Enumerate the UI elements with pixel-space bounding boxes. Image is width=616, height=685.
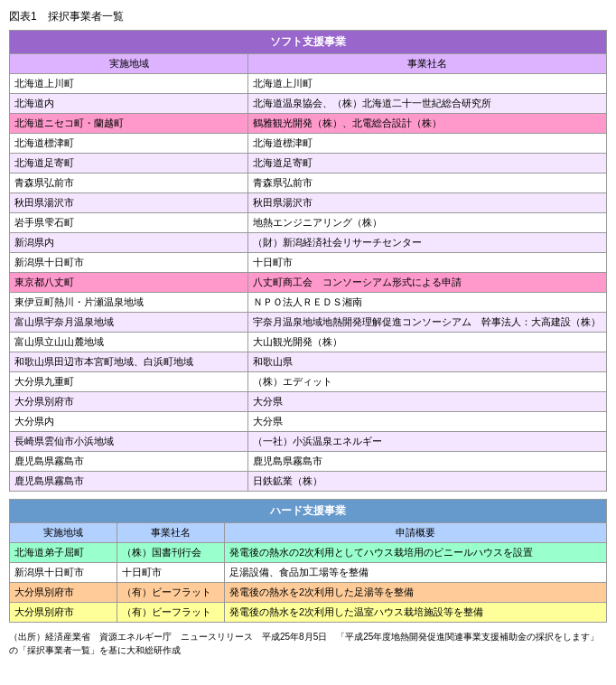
footer-note: （出所）経済産業省 資源エネルギー庁 ニュースリリース 平成25年8月5日 「平… [9,630,607,657]
soft-row-company: （財）新潟経済社会リサーチセンター [248,233,607,253]
hard-table-row: 大分県別府市（有）ビーフラット発電後の熱水を2次利用した足湯等を整備 [10,583,607,603]
soft-row-company: 鹿児島県霧島市 [248,452,607,472]
soft-table-row: 北海道上川町北海道上川町 [10,74,607,94]
soft-table-row: 東伊豆町熱川・片瀬温泉地域ＮＰＯ法人ＲＥＤＳ湘南 [10,293,607,313]
soft-row-company: 北海道上川町 [248,74,607,94]
soft-row-company: 宇奈月温泉地域地熱開発理解促進コンソーシアム 幹事法人：大高建設（株） [248,313,607,333]
soft-table-row: 富山県宇奈月温泉地域宇奈月温泉地域地熱開発理解促進コンソーシアム 幹事法人：大高… [10,313,607,333]
soft-row-region: 北海道足寄町 [10,154,248,174]
soft-row-company: 秋田県湯沢市 [248,193,607,213]
soft-row-region: 鹿児島県霧島市 [10,472,248,492]
soft-table-row: 岩手県雫石町地熱エンジニアリング（株） [10,213,607,233]
soft-row-region: 北海道上川町 [10,74,248,94]
soft-table-row: 新潟県内（財）新潟経済社会リサーチセンター [10,233,607,253]
soft-row-region: 青森県弘前市 [10,174,248,193]
soft-table-row: 北海道標津町北海道標津町 [10,134,607,154]
soft-row-region: 北海道標津町 [10,134,248,154]
soft-row-company: 十日町市 [248,253,607,273]
soft-row-company: 大山観光開発（株） [248,333,607,352]
hard-col-region: 実施地域 [10,523,117,543]
soft-table-row: 東京都八丈町八丈町商工会 コンソーシアム形式による申請 [10,273,607,293]
soft-row-region: 富山県宇奈月温泉地域 [10,313,248,333]
hard-row-region: 大分県別府市 [10,583,117,603]
hard-table-row: 北海道弟子屈町（株）国書刊行会発電後の熱水の2次利用としてハウス栽培用のビニール… [10,543,607,563]
soft-table-row: 富山県立山山麓地域大山観光開発（株） [10,333,607,352]
hard-col-company: 事業社名 [117,523,224,543]
soft-section-header: ソフト支援事業 [10,31,607,54]
soft-table-row: 鹿児島県霧島市日鉄鉱業（株） [10,472,607,492]
soft-row-company: 大分県 [248,412,607,432]
soft-row-company: 八丈町商工会 コンソーシアム形式による申請 [248,273,607,293]
soft-row-region: 岩手県雫石町 [10,213,248,233]
soft-table-row: 大分県九重町（株）エディット [10,372,607,392]
soft-row-region: 新潟県十日町市 [10,253,248,273]
soft-col-company: 事業社名 [248,54,607,74]
soft-table-row: 大分県別府市大分県 [10,392,607,412]
soft-table-row: 長崎県雲仙市小浜地域（一社）小浜温泉エネルギー [10,432,607,452]
soft-col-region: 実施地域 [10,54,248,74]
hard-row-summary: 発電後の熱水を2次利用した温室ハウス栽培施設等を整備 [224,603,606,623]
soft-table-row: 青森県弘前市青森県弘前市 [10,174,607,193]
soft-row-region: 長崎県雲仙市小浜地域 [10,432,248,452]
hard-row-region: 大分県別府市 [10,603,117,623]
soft-row-company: ＮＰＯ法人ＲＥＤＳ湘南 [248,293,607,313]
hard-row-summary: 発電後の熱水の2次利用としてハウス栽培用のビニールハウスを設置 [224,543,606,563]
soft-row-region: 秋田県湯沢市 [10,193,248,213]
soft-table-row: 和歌山県田辺市本宮町地域、白浜町地域和歌山県 [10,352,607,372]
soft-row-region: 北海道ニセコ町・蘭越町 [10,114,248,134]
soft-row-region: 北海道内 [10,94,248,114]
soft-row-company: （一社）小浜温泉エネルギー [248,432,607,452]
hard-col-summary: 申請概要 [224,523,606,543]
hard-table: ハード支援事業 実施地域 事業社名 申請概要 北海道弟子屈町（株）国書刊行会発電… [9,499,607,623]
soft-table-row: 北海道内北海道温泉協会、（株）北海道二十一世紀総合研究所 [10,94,607,114]
hard-table-row: 大分県別府市（有）ビーフラット発電後の熱水を2次利用した温室ハウス栽培施設等を整… [10,603,607,623]
hard-row-summary: 発電後の熱水を2次利用した足湯等を整備 [224,583,606,603]
soft-row-region: 大分県九重町 [10,372,248,392]
soft-table: ソフト支援事業 実施地域 事業社名 北海道上川町北海道上川町北海道内北海道温泉協… [9,30,607,492]
soft-table-row: 北海道足寄町北海道足寄町 [10,154,607,174]
soft-row-region: 和歌山県田辺市本宮町地域、白浜町地域 [10,352,248,372]
soft-table-row: 秋田県湯沢市秋田県湯沢市 [10,193,607,213]
soft-row-company: 北海道温泉協会、（株）北海道二十一世紀総合研究所 [248,94,607,114]
soft-row-region: 大分県別府市 [10,392,248,412]
hard-row-region: 北海道弟子屈町 [10,543,117,563]
soft-row-company: 和歌山県 [248,352,607,372]
soft-row-region: 新潟県内 [10,233,248,253]
soft-row-region: 鹿児島県霧島市 [10,452,248,472]
soft-table-row: 北海道ニセコ町・蘭越町鶴雅観光開発（株）、北電総合設計（株） [10,114,607,134]
figure-title: 図表1 採択事業者一覧 [9,9,607,24]
soft-row-company: 青森県弘前市 [248,174,607,193]
soft-row-company: 地熱エンジニアリング（株） [248,213,607,233]
soft-row-region: 大分県内 [10,412,248,432]
soft-row-company: 北海道足寄町 [248,154,607,174]
hard-row-company: （株）国書刊行会 [117,543,224,563]
soft-row-region: 東京都八丈町 [10,273,248,293]
soft-table-row: 新潟県十日町市十日町市 [10,253,607,273]
soft-row-company: 北海道標津町 [248,134,607,154]
soft-row-company: 鶴雅観光開発（株）、北電総合設計（株） [248,114,607,134]
soft-row-company: （株）エディット [248,372,607,392]
soft-row-company: 大分県 [248,392,607,412]
soft-row-region: 富山県立山山麓地域 [10,333,248,352]
soft-row-region: 東伊豆町熱川・片瀬温泉地域 [10,293,248,313]
hard-section-header: ハード支援事業 [10,500,607,523]
hard-row-summary: 足湯設備、食品加工場等を整備 [224,563,606,583]
soft-table-row: 大分県内大分県 [10,412,607,432]
hard-table-row: 新潟県十日町市十日町市足湯設備、食品加工場等を整備 [10,563,607,583]
soft-row-company: 日鉄鉱業（株） [248,472,607,492]
hard-row-region: 新潟県十日町市 [10,563,117,583]
hard-row-company: （有）ビーフラット [117,603,224,623]
soft-table-row: 鹿児島県霧島市鹿児島県霧島市 [10,452,607,472]
hard-row-company: （有）ビーフラット [117,583,224,603]
hard-row-company: 十日町市 [117,563,224,583]
